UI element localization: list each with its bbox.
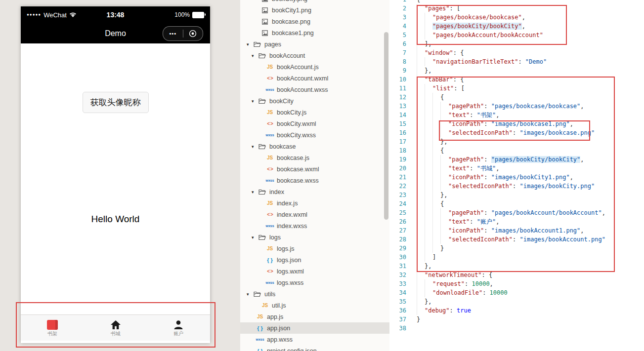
- code-line[interactable]: "selectedIconPath": "images/bookCity.png…: [417, 182, 644, 191]
- tree-folder-row[interactable]: ▾pages: [240, 39, 389, 50]
- code-line[interactable]: "pagePath": "pages/bookCity/bookCity",: [417, 155, 644, 164]
- tree-folder-row[interactable]: ▾index: [240, 186, 389, 197]
- json-file-icon: { }: [265, 257, 274, 263]
- wxss-file-icon: wxss: [265, 179, 274, 182]
- code-line[interactable]: {: [417, 0, 644, 4]
- code-content[interactable]: {"pages": ["pages/bookcase/bookcase","pa…: [417, 0, 644, 333]
- tree-file-row[interactable]: bookCity.png: [240, 0, 389, 4]
- tab-bookshelf[interactable]: 书架: [21, 315, 84, 341]
- code-line[interactable]: "pages/bookcase/bookcase",: [417, 13, 644, 22]
- tree-folder-row[interactable]: ▾logs: [240, 232, 389, 243]
- code-line[interactable]: "selectedIconPath": "images/bookcase.png…: [417, 128, 644, 137]
- tree-scrollbar[interactable]: [384, 32, 388, 220]
- tree-file-row[interactable]: < >bookcase.wxml: [240, 163, 389, 175]
- expand-arrow-icon[interactable]: ▾: [247, 42, 252, 47]
- tree-file-row[interactable]: { }app.json: [240, 322, 389, 334]
- tree-file-row[interactable]: wxssbookAccount.wxss: [240, 84, 389, 95]
- capsule-menu[interactable]: •••: [163, 26, 203, 41]
- code-editor[interactable]: 1234567891011121314151617181920212223242…: [389, 0, 644, 351]
- get-avatar-nickname-button[interactable]: 获取头像昵称: [83, 92, 149, 113]
- code-line[interactable]: },: [417, 262, 644, 271]
- line-number: 9: [389, 66, 406, 75]
- tree-file-row[interactable]: < >index.wxml: [240, 209, 389, 220]
- line-number: 28: [389, 235, 406, 244]
- tree-file-row[interactable]: wxsslogs.wxss: [240, 277, 389, 288]
- tree-file-row[interactable]: bookCity1.png: [240, 4, 389, 16]
- tree-file-row[interactable]: < >logs.wxml: [240, 266, 389, 277]
- tree-folder-row[interactable]: ▾bookAccount: [240, 50, 389, 61]
- tree-file-row[interactable]: bookcase.png: [240, 16, 389, 27]
- expand-arrow-icon[interactable]: ▾: [252, 144, 257, 149]
- file-name-label: utils: [264, 291, 275, 298]
- code-line[interactable]: "iconPath": "images/bookAccount1.png",: [417, 226, 644, 235]
- expand-arrow-icon[interactable]: ▾: [252, 235, 257, 240]
- tree-file-row[interactable]: JSbookAccount.js: [240, 61, 389, 73]
- code-line[interactable]: "networkTimeout": {: [417, 271, 644, 279]
- tree-file-row[interactable]: JSbookcase.js: [240, 152, 389, 163]
- tree-file-row[interactable]: JSlogs.js: [240, 243, 389, 254]
- code-line[interactable]: ],: [417, 39, 644, 48]
- expand-arrow-icon[interactable]: ▾: [252, 190, 257, 195]
- file-name-label: index.wxss: [277, 223, 307, 230]
- tree-file-row[interactable]: { }logs.json: [240, 254, 389, 266]
- code-line[interactable]: "window": {: [417, 48, 644, 57]
- code-line[interactable]: "debug": true: [417, 306, 644, 315]
- code-line[interactable]: "text": "书城",: [417, 164, 644, 173]
- code-line[interactable]: "selectedIconPath": "images/bookAccount.…: [417, 235, 644, 244]
- code-line[interactable]: "text": "账户",: [417, 217, 644, 226]
- code-line[interactable]: {: [417, 146, 644, 155]
- tree-file-row[interactable]: wxssindex.wxss: [240, 220, 389, 232]
- code-line[interactable]: }: [417, 315, 644, 324]
- code-line[interactable]: "request": 10000,: [417, 279, 644, 288]
- code-line[interactable]: ]: [417, 253, 644, 262]
- code-line[interactable]: "iconPath": "images/bookcase1.png",: [417, 119, 644, 128]
- code-line[interactable]: "iconPath": "images/bookCity1.png",: [417, 173, 644, 182]
- tree-file-row[interactable]: JSapp.js: [240, 311, 389, 322]
- code-line[interactable]: "tabBar": {: [417, 75, 644, 84]
- tree-file-row[interactable]: < >bookAccount.wxml: [240, 73, 389, 84]
- tree-folder-row[interactable]: ▾utils: [240, 288, 389, 300]
- code-line[interactable]: },: [417, 137, 644, 146]
- code-line[interactable]: "pages": [: [417, 4, 644, 13]
- exit-circle-icon[interactable]: [183, 30, 203, 38]
- code-line[interactable]: "navigationBarTitleText": "Demo": [417, 57, 644, 66]
- line-number: 32: [389, 271, 406, 279]
- tree-file-row[interactable]: JSindex.js: [240, 197, 389, 209]
- more-menu-icon[interactable]: •••: [163, 31, 183, 37]
- tree-file-row[interactable]: wxssbookcase.wxss: [240, 175, 389, 186]
- tab-label: 书城: [111, 331, 121, 336]
- expand-arrow-icon[interactable]: ▾: [252, 53, 257, 58]
- tree-file-row[interactable]: wxssapp.wxss: [240, 334, 389, 345]
- line-number: 22: [389, 182, 406, 191]
- tree-file-row[interactable]: bookcase1.png: [240, 27, 389, 39]
- file-name-label: bookAccount: [269, 52, 305, 59]
- line-number-gutter: 1234567891011121314151617181920212223242…: [389, 0, 406, 333]
- code-line[interactable]: "downloadFile": 10000: [417, 288, 644, 297]
- code-line[interactable]: "pages/bookAccount/bookAccount": [417, 31, 644, 39]
- code-line[interactable]: "list": [: [417, 84, 644, 93]
- code-line[interactable]: }: [417, 244, 644, 253]
- tree-file-row[interactable]: JSutil.js: [240, 300, 389, 311]
- code-line[interactable]: },: [417, 66, 644, 75]
- tree-file-row[interactable]: { }project.config.json: [240, 345, 389, 351]
- code-line[interactable]: },: [417, 191, 644, 199]
- code-line[interactable]: },: [417, 297, 644, 306]
- tab-bookcity[interactable]: 书城: [84, 315, 147, 341]
- code-line[interactable]: "pagePath": "pages/bookAccount/bookAccou…: [417, 208, 644, 217]
- wxss-file-icon: wxss: [265, 281, 274, 284]
- tree-file-row[interactable]: JSbookCity.js: [240, 107, 389, 118]
- tree-folder-row[interactable]: ▾bookcase: [240, 141, 389, 152]
- tab-account[interactable]: 账户: [147, 315, 210, 341]
- expand-arrow-icon[interactable]: ▾: [247, 292, 252, 297]
- expand-arrow-icon[interactable]: ▾: [252, 99, 257, 104]
- code-line[interactable]: [417, 324, 644, 333]
- code-line[interactable]: "pagePath": "pages/bookcase/bookcase",: [417, 102, 644, 111]
- tree-folder-row[interactable]: ▾bookCity: [240, 95, 389, 107]
- code-line[interactable]: "pages/bookCity/bookCity",: [417, 22, 644, 31]
- tree-file-row[interactable]: wxssbookCity.wxss: [240, 129, 389, 141]
- code-line[interactable]: {: [417, 199, 644, 208]
- code-line[interactable]: "text": "书架",: [417, 111, 644, 119]
- tree-file-row[interactable]: < >bookCity.wxml: [240, 118, 389, 129]
- line-number: 11: [389, 84, 406, 93]
- code-line[interactable]: {: [417, 93, 644, 102]
